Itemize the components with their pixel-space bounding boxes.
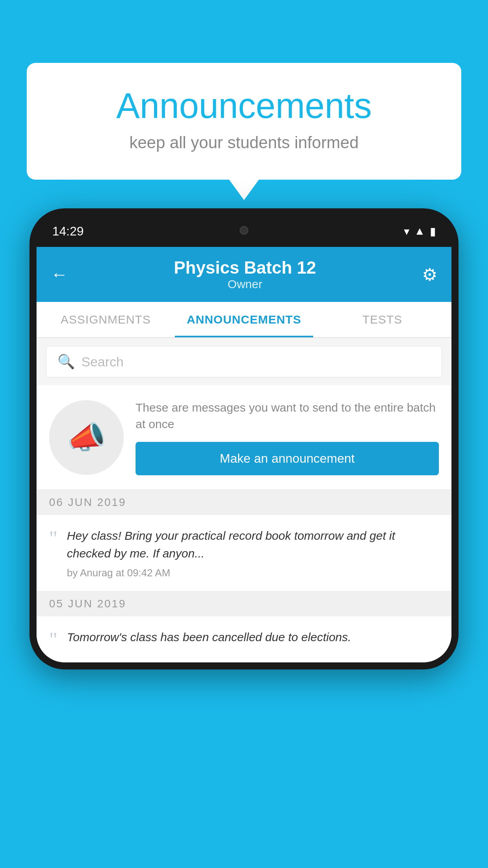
phone-screen: ← Physics Batch 12 Owner ⚙ ASSIGNMENTS A…: [37, 247, 451, 662]
announcement-meta-1: by Anurag at 09:42 AM: [67, 567, 439, 579]
make-announcement-button[interactable]: Make an announcement: [136, 442, 439, 475]
notch: [213, 219, 275, 241]
search-icon: 🔍: [57, 353, 75, 370]
battery-icon: ▮: [430, 225, 436, 238]
search-bar-container: 🔍 Search: [37, 338, 451, 385]
wifi-icon: ▾: [404, 225, 409, 238]
announcement-content-1: Hey class! Bring your practical record b…: [67, 527, 439, 579]
phone-frame: 14:29 ▾ ▲ ▮ ← Physics Batch 12 Owner ⚙: [29, 208, 459, 669]
quote-icon-2: ": [49, 630, 57, 650]
announcement-item-1[interactable]: " Hey class! Bring your practical record…: [37, 515, 451, 591]
date-separator-2: 05 JUN 2019: [37, 591, 451, 616]
megaphone-icon: 📣: [67, 419, 106, 456]
status-icons: ▾ ▲ ▮: [404, 225, 436, 238]
camera: [240, 226, 248, 235]
promo-description: These are messages you want to send to t…: [136, 399, 439, 432]
tab-assignments[interactable]: ASSIGNMENTS: [37, 302, 175, 337]
header-title: Physics Batch 12: [174, 258, 316, 278]
settings-icon[interactable]: ⚙: [422, 265, 437, 285]
phone-body: 14:29 ▾ ▲ ▮ ← Physics Batch 12 Owner ⚙: [29, 208, 459, 669]
promo-right: These are messages you want to send to t…: [136, 399, 439, 475]
signal-icon: ▲: [414, 225, 425, 237]
tab-tests[interactable]: TESTS: [313, 302, 451, 337]
status-bar: 14:29 ▾ ▲ ▮: [37, 215, 451, 247]
header-center: Physics Batch 12 Owner: [174, 258, 316, 291]
announcement-content-2: Tomorrow's class has been cancelled due …: [67, 628, 439, 651]
promo-icon-circle: 📣: [49, 400, 124, 475]
speech-bubble: Announcements keep all your students inf…: [27, 63, 461, 180]
tab-bar: ASSIGNMENTS ANNOUNCEMENTS TESTS: [37, 302, 451, 338]
announcement-text-1: Hey class! Bring your practical record b…: [67, 527, 439, 562]
app-header: ← Physics Batch 12 Owner ⚙: [37, 247, 451, 302]
quote-icon-1: ": [49, 528, 57, 549]
search-bar[interactable]: 🔍 Search: [46, 346, 442, 377]
search-placeholder: Search: [81, 354, 124, 370]
date-separator-1: 06 JUN 2019: [37, 490, 451, 515]
announcements-subtitle: keep all your students informed: [58, 133, 430, 152]
header-subtitle: Owner: [174, 278, 316, 291]
tab-announcements[interactable]: ANNOUNCEMENTS: [175, 302, 313, 337]
announcement-text-2: Tomorrow's class has been cancelled due …: [67, 628, 439, 646]
back-button[interactable]: ←: [51, 266, 68, 283]
announcements-title: Announcements: [58, 86, 430, 125]
announcement-item-2[interactable]: " Tomorrow's class has been cancelled du…: [37, 616, 451, 662]
speech-bubble-container: Announcements keep all your students inf…: [27, 63, 461, 180]
promo-area: 📣 These are messages you want to send to…: [37, 385, 451, 490]
status-time: 14:29: [52, 224, 84, 239]
